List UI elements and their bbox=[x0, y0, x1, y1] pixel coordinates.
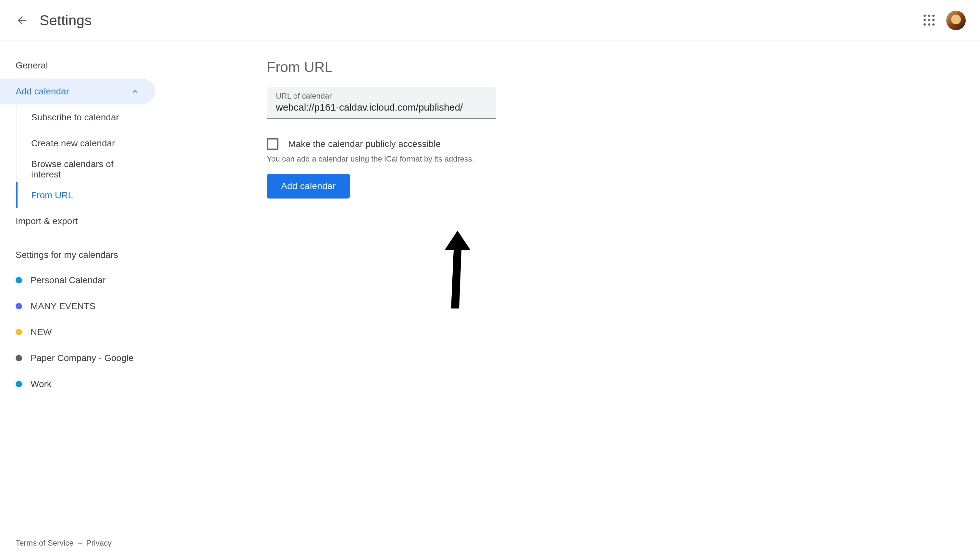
nav-rail bbox=[16, 156, 17, 182]
calendar-item-new[interactable]: NEW bbox=[0, 319, 156, 345]
calendar-color-dot bbox=[16, 381, 22, 387]
privacy-link[interactable]: Privacy bbox=[86, 538, 112, 547]
nav-from-url-label: From URL bbox=[31, 190, 73, 200]
nav-add-calendar[interactable]: Add calendar bbox=[0, 79, 155, 105]
calendar-color-dot bbox=[16, 277, 22, 283]
calendar-item-personal[interactable]: Personal Calendar bbox=[0, 267, 156, 293]
calendar-item-label: Work bbox=[31, 379, 52, 389]
terms-link[interactable]: Terms of Service bbox=[16, 538, 74, 547]
settings-sidebar: General Add calendar Subscribe to calend… bbox=[0, 41, 156, 556]
public-checkbox-row: Make the calendar publicly accessible bbox=[267, 138, 980, 150]
calendar-item-many-events[interactable]: MANY EVENTS bbox=[0, 293, 156, 319]
chevron-up-icon bbox=[131, 87, 139, 96]
helper-text: You can add a calendar using the iCal fo… bbox=[267, 154, 980, 163]
main-panel: From URL URL of calendar Make the calend… bbox=[156, 41, 980, 556]
public-checkbox-label: Make the calendar publicly accessible bbox=[288, 139, 441, 149]
nav-subscribe-label: Subscribe to calendar bbox=[31, 112, 119, 123]
calendar-item-work[interactable]: Work bbox=[0, 371, 156, 397]
calendar-item-label: NEW bbox=[31, 327, 52, 337]
nav-rail bbox=[16, 130, 17, 156]
calendar-item-label: Personal Calendar bbox=[31, 275, 106, 286]
url-input-label: URL of calendar bbox=[276, 92, 487, 100]
calendar-item-paper-company[interactable]: Paper Company - Google bbox=[0, 345, 156, 371]
nav-rail-active bbox=[16, 182, 18, 208]
back-button[interactable] bbox=[14, 13, 30, 28]
nav-general[interactable]: General bbox=[0, 53, 156, 79]
calendar-color-dot bbox=[16, 303, 22, 309]
arrow-left-icon bbox=[16, 14, 29, 27]
nav-add-calendar-label: Add calendar bbox=[16, 86, 69, 97]
google-apps-button[interactable] bbox=[922, 13, 937, 28]
nav-browse-calendars[interactable]: Browse calendars of interest bbox=[0, 156, 156, 182]
nav-subscribe-to-calendar[interactable]: Subscribe to calendar bbox=[0, 105, 156, 130]
nav-rail bbox=[16, 105, 17, 130]
annotation-arrow bbox=[441, 231, 474, 310]
nav-create-new-calendar[interactable]: Create new calendar bbox=[0, 130, 156, 156]
nav-browse-label: Browse calendars of interest bbox=[31, 159, 140, 180]
sidebar-section-header: Settings for my calendars bbox=[0, 234, 156, 267]
footer-separator: – bbox=[78, 538, 82, 547]
app-header: Settings bbox=[0, 0, 980, 41]
nav-create-label: Create new calendar bbox=[31, 138, 115, 149]
public-checkbox[interactable] bbox=[267, 138, 278, 150]
header-actions bbox=[922, 11, 966, 30]
calendar-item-label: Paper Company - Google bbox=[31, 353, 134, 363]
content-wrapper: General Add calendar Subscribe to calend… bbox=[0, 41, 980, 556]
nav-from-url[interactable]: From URL bbox=[0, 182, 156, 208]
apps-grid-icon bbox=[923, 15, 935, 26]
calendar-color-dot bbox=[16, 329, 22, 335]
section-title: From URL bbox=[267, 59, 980, 75]
account-avatar[interactable] bbox=[946, 11, 966, 30]
nav-import-export[interactable]: Import & export bbox=[0, 208, 156, 234]
page-title: Settings bbox=[40, 12, 92, 29]
url-input[interactable] bbox=[276, 102, 487, 113]
calendar-color-dot bbox=[16, 355, 22, 361]
add-calendar-button[interactable]: Add calendar bbox=[267, 174, 350, 199]
calendar-item-label: MANY EVENTS bbox=[31, 301, 95, 311]
url-input-container[interactable]: URL of calendar bbox=[267, 87, 496, 119]
footer-links: Terms of Service – Privacy bbox=[16, 538, 112, 548]
